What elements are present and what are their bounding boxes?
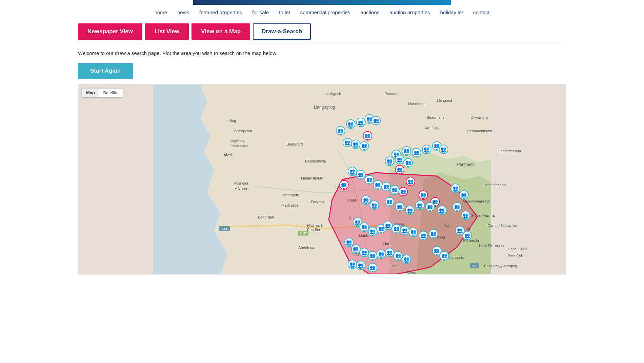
svg-text:Beaumaris: Beaumaris: [427, 115, 445, 119]
svg-text:👥: 👥: [404, 148, 410, 154]
svg-text:Anglesey: Anglesey: [229, 139, 245, 143]
map-svg: A55 A55 A5 A467 Llanbedrgoch Penmon Llan…: [78, 85, 566, 274]
draw-a-search-button[interactable]: Draw-a-Search: [253, 23, 311, 40]
svg-text:👥: 👥: [424, 146, 430, 152]
map-toggle-map-button[interactable]: Map: [82, 89, 99, 97]
svg-text:Llan...: Llan...: [383, 242, 394, 246]
map-toggle: Map Satellite: [82, 88, 123, 97]
top-bar: [193, 0, 451, 5]
nav-news[interactable]: news: [177, 9, 189, 15]
svg-text:👥: 👥: [358, 262, 364, 268]
svg-text:👥: 👥: [366, 177, 373, 183]
svg-text:👥: 👥: [434, 248, 440, 253]
main-nav: home news featured properties for sale t…: [0, 5, 644, 20]
svg-text:A55: A55: [222, 227, 227, 230]
svg-text:👥: 👥: [402, 227, 408, 233]
svg-text:👥: 👥: [387, 199, 393, 205]
svg-text:Pen-lôn: Pen-lôn: [307, 228, 320, 232]
svg-text:Malltraeth: Malltraeth: [281, 203, 298, 207]
svg-text:👥: 👥: [392, 187, 398, 193]
nav-for-sale[interactable]: for sale: [252, 9, 269, 15]
svg-text:Llangristiolus: Llangristiolus: [301, 176, 323, 180]
svg-text:👥: 👥: [414, 150, 420, 155]
svg-text:👥: 👥: [387, 249, 393, 255]
svg-text:👥: 👥: [358, 119, 364, 125]
svg-text:👥: 👥: [370, 228, 376, 234]
toolbar: Newspaper View List View View on a Map D…: [0, 20, 644, 43]
svg-text:Penmon: Penmon: [384, 92, 398, 96]
svg-text:👥: 👥: [338, 128, 344, 134]
svg-text:👥: 👥: [404, 256, 410, 262]
svg-text:Capel Curig: Capel Curig: [508, 247, 527, 251]
svg-text:👥: 👥: [405, 160, 411, 166]
nav-to-let[interactable]: to let: [279, 9, 290, 15]
svg-text:Nant Ffrrancon: Nant Ffrrancon: [479, 244, 504, 248]
svg-text:👥: 👥: [361, 224, 367, 230]
nav-holiday-let[interactable]: holiday let: [440, 9, 463, 15]
start-again-button[interactable]: Start Again: [78, 63, 133, 79]
svg-text:👥: 👥: [349, 168, 356, 174]
svg-text:eillog: eillog: [227, 119, 236, 123]
svg-text:Bodorgan: Bodorgan: [258, 215, 274, 219]
nav-auctions[interactable]: auctions: [360, 9, 379, 15]
svg-text:👥: 👥: [346, 239, 352, 245]
svg-text:Bodorford: Bodorford: [286, 142, 303, 146]
svg-text:👥: 👥: [395, 253, 401, 259]
newspaper-view-button[interactable]: Newspaper View: [78, 23, 142, 40]
svg-text:Llangwyllog: Llangwyllog: [314, 105, 335, 110]
svg-text:👥: 👥: [427, 204, 433, 210]
svg-text:Llanfairfechan: Llanfairfechan: [482, 183, 506, 187]
list-view-button[interactable]: List View: [145, 23, 189, 40]
svg-text:Abergwyngregyn: Abergwyngregyn: [463, 199, 490, 203]
svg-text:👥: 👥: [457, 227, 463, 233]
svg-text:👥: 👥: [454, 204, 460, 210]
svg-text:👥: 👥: [387, 158, 393, 164]
svg-text:👥: 👥: [397, 156, 403, 162]
svg-text:Carnedd Llewelyn: Carnedd Llewelyn: [487, 224, 517, 228]
svg-text:A467: A467: [299, 232, 306, 235]
map-container[interactable]: A55 A55 A5 A467 Llanbedrgoch Penmon Llan…: [78, 84, 566, 274]
svg-text:👥: 👥: [452, 185, 459, 191]
map-toggle-satellite-button[interactable]: Satellite: [99, 89, 123, 97]
svg-text:Dwyran: Dwyran: [311, 200, 324, 204]
svg-text:👥: 👥: [408, 178, 414, 184]
svg-text:Llanberis: Llanberis: [449, 255, 464, 260]
svg-text:👥: 👥: [349, 261, 356, 267]
svg-text:Del...: Del...: [444, 224, 452, 228]
svg-text:👥: 👥: [461, 192, 467, 198]
svg-text:👥: 👥: [365, 133, 371, 138]
svg-text:👥: 👥: [397, 204, 403, 210]
svg-text:👥: 👥: [385, 223, 391, 228]
svg-text:👥: 👥: [341, 182, 347, 188]
svg-text:👥: 👥: [394, 226, 400, 231]
svg-text:👥: 👥: [463, 212, 469, 218]
svg-text:👥: 👥: [355, 219, 361, 225]
nav-featured-properties[interactable]: featured properties: [199, 9, 242, 15]
svg-text:👥: 👥: [348, 121, 354, 127]
svg-text:👥: 👥: [375, 182, 381, 188]
svg-text:Llan-faes: Llan-faes: [423, 126, 439, 130]
svg-text:👥: 👥: [358, 172, 364, 177]
svg-text:👥: 👥: [363, 197, 369, 203]
svg-text:Ceint: Ceint: [347, 198, 356, 202]
svg-text:👥: 👥: [370, 265, 376, 270]
svg-text:👥: 👥: [361, 249, 367, 255]
svg-text:👥: 👥: [420, 232, 426, 238]
svg-text:👥: 👥: [353, 246, 359, 252]
nav-contact[interactable]: contact: [473, 9, 489, 15]
svg-text:Pont Cyf...: Pont Cyf...: [508, 254, 525, 258]
svg-text:👥: 👥: [407, 207, 413, 213]
svg-text:👥: 👥: [370, 253, 376, 259]
svg-text:👥: 👥: [353, 141, 359, 147]
svg-text:👥: 👥: [397, 167, 403, 172]
svg-text:👥: 👥: [430, 231, 437, 236]
nav-commercial-properties[interactable]: commercial properties: [300, 9, 350, 15]
nav-auction-properties[interactable]: auction properties: [389, 9, 430, 15]
svg-text:Bryngwran: Bryngwran: [234, 129, 252, 133]
view-on-map-button[interactable]: View on a Map: [192, 23, 250, 40]
nav-home[interactable]: home: [155, 9, 167, 15]
intro-text: Welcome to our draw a search page. Plot …: [0, 43, 644, 59]
svg-text:Ty Croes: Ty Croes: [233, 186, 248, 190]
svg-text:Rhostrehwfa: Rhostrehwfa: [305, 159, 326, 163]
svg-text:Pentraeth: Pentraeth: [457, 162, 475, 167]
